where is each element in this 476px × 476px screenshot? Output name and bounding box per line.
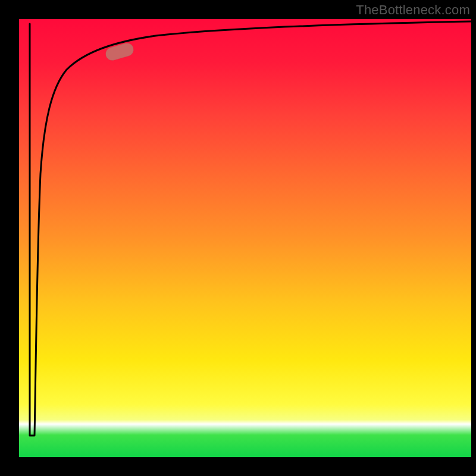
curve-path [30,21,471,436]
bottleneck-curve [19,19,471,457]
chart-stage: TheBottleneck.com [0,0,476,476]
plot-area [19,19,471,457]
watermark-text: TheBottleneck.com [356,2,470,18]
